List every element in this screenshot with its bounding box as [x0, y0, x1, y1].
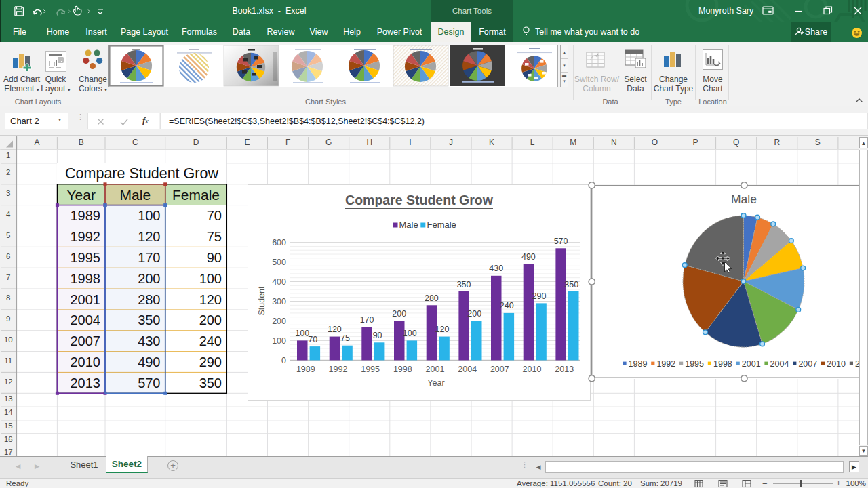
svg-text:2010: 2010: [523, 365, 542, 374]
svg-text:2001: 2001: [426, 365, 445, 374]
svg-text:2004: 2004: [458, 365, 477, 374]
svg-text:1995: 1995: [361, 365, 380, 374]
svg-text:240: 240: [500, 301, 514, 310]
svg-text:400: 400: [272, 277, 286, 287]
svg-text:570: 570: [554, 237, 568, 246]
svg-text:90: 90: [373, 331, 382, 340]
svg-text:2013: 2013: [555, 365, 574, 374]
svg-text:280: 280: [425, 293, 439, 303]
svg-text:350: 350: [457, 280, 471, 289]
svg-text:1998: 1998: [393, 365, 412, 374]
svg-text:170: 170: [360, 315, 374, 325]
svg-text:200: 200: [272, 317, 286, 326]
svg-text:1989: 1989: [296, 365, 315, 374]
svg-text:Female: Female: [427, 220, 456, 230]
svg-text:430: 430: [489, 264, 503, 273]
svg-text:0: 0: [281, 356, 286, 365]
svg-text:Year: Year: [427, 378, 444, 388]
svg-text:70: 70: [308, 335, 317, 344]
svg-text:200: 200: [467, 309, 481, 319]
svg-text:100: 100: [272, 336, 286, 346]
svg-text:2007: 2007: [490, 365, 509, 374]
svg-text:300: 300: [272, 297, 286, 306]
svg-text:600: 600: [272, 238, 286, 247]
svg-text:200: 200: [392, 309, 406, 319]
svg-text:120: 120: [328, 325, 342, 334]
svg-text:Student: Student: [257, 286, 267, 316]
svg-text:120: 120: [435, 325, 450, 334]
svg-text:100: 100: [295, 329, 309, 338]
svg-text:75: 75: [340, 333, 350, 343]
svg-text:500: 500: [272, 258, 286, 267]
svg-text:290: 290: [532, 291, 547, 301]
svg-text:350: 350: [564, 280, 578, 289]
svg-text:Male: Male: [399, 220, 418, 230]
svg-text:1992: 1992: [329, 365, 348, 374]
svg-text:100: 100: [403, 329, 417, 338]
svg-text:490: 490: [521, 252, 536, 262]
